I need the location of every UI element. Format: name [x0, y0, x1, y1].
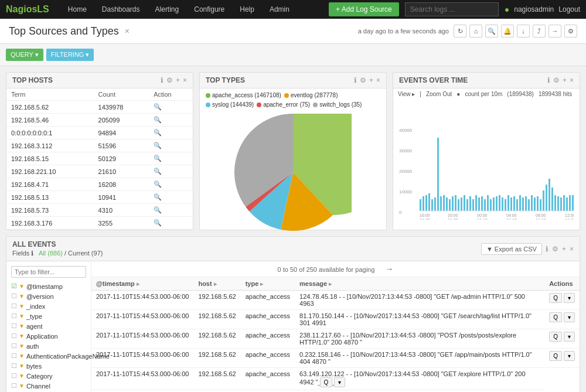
field-checkbox[interactable]: ☐	[11, 352, 17, 360]
field-checkbox[interactable]: ☐	[11, 342, 17, 350]
host-count: 3255	[94, 217, 149, 230]
host-search-icon[interactable]: 🔍	[154, 206, 162, 213]
export-down-icon[interactable]: ↓	[517, 25, 530, 38]
field-item[interactable]: ☐ ▼ _type	[11, 311, 86, 321]
message-col: message ▸	[295, 277, 544, 291]
search-meta-icon[interactable]: 🔍	[485, 25, 498, 38]
event-action-dropdown[interactable]: ▾	[334, 377, 345, 387]
refresh-icon[interactable]: ↻	[454, 25, 466, 38]
gear-icon-types[interactable]: ⚙	[360, 76, 366, 84]
event-action-button[interactable]: Q	[549, 312, 562, 322]
event-action-dropdown[interactable]: ▾	[564, 351, 575, 361]
field-item[interactable]: ☐ ▼ AuthenticationPackageName	[11, 351, 86, 361]
current-count[interactable]: Current (97)	[68, 250, 103, 257]
close-evt-icon[interactable]: ×	[570, 76, 574, 84]
field-checkbox[interactable]: ☑	[11, 282, 17, 290]
nav-configure[interactable]: Configure	[187, 2, 231, 17]
field-checkbox[interactable]: ☐	[11, 382, 17, 390]
settings-icon[interactable]: ⚙	[564, 25, 577, 38]
info-icon-evt[interactable]: ℹ	[547, 76, 550, 84]
filtering-button[interactable]: FILTERING ▾	[46, 49, 94, 61]
zoom-out-label[interactable]: Zoom Out	[426, 91, 452, 97]
host-search-icon[interactable]: 🔍	[154, 129, 162, 136]
host-search-icon[interactable]: 🔍	[154, 116, 162, 123]
nav-help[interactable]: Help	[233, 2, 261, 17]
field-filter-input[interactable]	[11, 266, 86, 278]
field-item[interactable]: ☐ ▼ auth	[11, 341, 86, 351]
nav-dashboards[interactable]: Dashboards	[95, 2, 147, 17]
gear-icon-evt[interactable]: ⚙	[553, 76, 560, 84]
host-search-icon[interactable]: 🔍	[154, 155, 162, 162]
close-types-icon[interactable]: ×	[376, 76, 380, 84]
field-item[interactable]: ☑ ▼ @timestamp	[11, 281, 86, 291]
event-action-button[interactable]: Q	[549, 351, 562, 361]
host-search-icon[interactable]: 🔍	[154, 103, 162, 110]
logout-button[interactable]: Logout	[558, 5, 580, 13]
field-item[interactable]: ☐ ▼ Application	[11, 331, 86, 341]
field-checkbox[interactable]: ☐	[11, 322, 17, 330]
add-log-button[interactable]: + Add Log Source	[329, 2, 399, 16]
field-item[interactable]: ☐ ▼ agent	[11, 321, 86, 331]
info-icon-events[interactable]: ℹ	[546, 245, 548, 253]
bell-icon[interactable]: 🔔	[501, 25, 514, 38]
field-item[interactable]: ☐ ▼ bytes	[11, 361, 86, 371]
query-button[interactable]: QUERY ▾	[6, 49, 43, 61]
table-row: 192.168.3.176 3255 🔍	[6, 217, 193, 230]
export-csv-button[interactable]: ▼ Export as CSV	[481, 243, 542, 255]
close-events-icon[interactable]: ×	[570, 245, 574, 253]
next-page-arrow[interactable]: →	[385, 264, 393, 274]
info-icon[interactable]: ℹ	[161, 76, 163, 84]
host-search-icon[interactable]: 🔍	[154, 180, 162, 188]
field-checkbox[interactable]: ☐	[11, 312, 17, 320]
plus-icon-types[interactable]: +	[369, 76, 373, 84]
event-action-dropdown[interactable]: ▾	[564, 293, 575, 303]
field-item[interactable]: ☐ ▼ _index	[11, 301, 86, 311]
view-label[interactable]: View ▸	[398, 91, 415, 97]
event-action-dropdown[interactable]: ▾	[564, 312, 575, 322]
host-term: 192.168.3.112	[6, 139, 94, 152]
search-input[interactable]	[405, 2, 499, 16]
field-item[interactable]: ☐ ▼ @version	[11, 291, 86, 301]
legend-dot	[284, 93, 289, 98]
nav-admin[interactable]: Admin	[263, 2, 297, 17]
host-search-icon[interactable]: 🔍	[154, 142, 162, 149]
info-icon-types[interactable]: ℹ	[354, 76, 357, 84]
host-search-icon[interactable]: 🔍	[154, 219, 162, 226]
plus-icon[interactable]: +	[176, 76, 180, 84]
plus-icon-evt[interactable]: +	[563, 76, 567, 84]
plus-icon-events[interactable]: +	[562, 245, 566, 253]
page-header: Top Sources and Types × a day ago to a f…	[0, 19, 586, 44]
field-checkbox[interactable]: ☐	[11, 332, 17, 340]
field-item[interactable]: ☐ ▼ Channel	[11, 381, 86, 391]
nav-alerting[interactable]: Alerting	[148, 2, 186, 17]
gear-icon-events[interactable]: ⚙	[552, 245, 558, 253]
all-count[interactable]: All (886)	[39, 250, 63, 257]
field-checkbox[interactable]: ☐	[11, 362, 17, 370]
event-action-button[interactable]: Q	[549, 293, 562, 303]
field-type-icon: ▼	[19, 363, 25, 369]
field-checkbox[interactable]: ☐	[11, 372, 17, 380]
home-icon[interactable]: ⌂	[469, 25, 482, 38]
event-action-button[interactable]: Q	[549, 332, 562, 342]
host-count: 1439978	[94, 101, 149, 114]
host-term: 192.168.3.176	[6, 217, 94, 230]
nav-home[interactable]: Home	[61, 2, 94, 17]
field-checkbox[interactable]: ☐	[11, 292, 17, 300]
field-checkbox[interactable]: ☐	[11, 302, 17, 310]
events-header-right: ▼ Export as CSV ℹ ⚙ + ×	[481, 243, 574, 255]
gear-icon[interactable]: ⚙	[166, 76, 173, 84]
event-timestamp: 2017-11-10T15:44:53.000-06:00	[91, 368, 193, 390]
svg-rect-35	[548, 179, 550, 211]
field-item[interactable]: ☐ ▼ Category	[11, 371, 86, 381]
host-count: 21610	[94, 165, 149, 178]
forward-icon[interactable]: →	[548, 25, 561, 38]
event-action-dropdown[interactable]: ▾	[564, 332, 575, 342]
host-search-icon[interactable]: 🔍	[154, 168, 162, 175]
share-icon[interactable]: ⤴	[533, 25, 546, 38]
event-type: apache_access	[241, 310, 295, 329]
svg-rect-29	[490, 199, 492, 211]
host-search-icon[interactable]: 🔍	[154, 193, 162, 200]
event-action-button[interactable]: Q	[320, 377, 333, 387]
close-panel-icon[interactable]: ×	[183, 76, 187, 84]
close-button[interactable]: ×	[125, 26, 130, 36]
